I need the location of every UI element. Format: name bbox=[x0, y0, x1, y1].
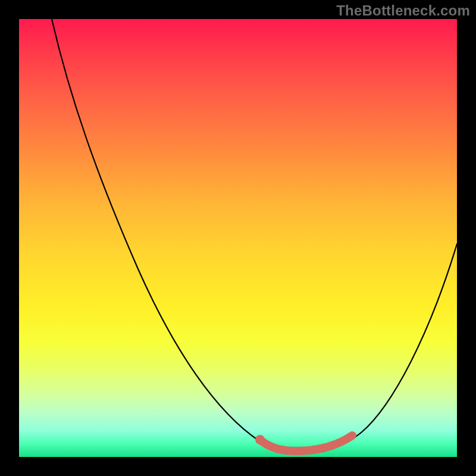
chart-svg bbox=[19, 19, 457, 457]
watermark-text: TheBottleneck.com bbox=[336, 2, 470, 19]
optimal-zone-marker bbox=[260, 436, 352, 451]
chart-canvas: TheBottleneck.com bbox=[0, 0, 476, 476]
plot-area bbox=[19, 19, 457, 457]
bottleneck-curve bbox=[52, 19, 457, 453]
